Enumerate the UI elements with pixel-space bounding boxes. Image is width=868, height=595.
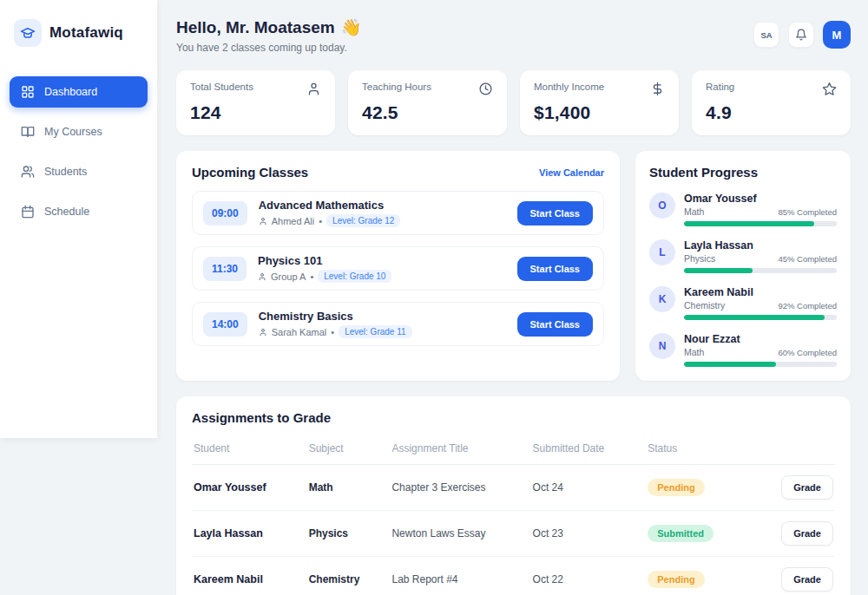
class-row: 11:30 Physics 101 Group A • Level: Grade… [192,246,604,291]
dollar-icon [650,82,665,96]
student-avatar: O [649,193,675,219]
meta-separator: • [319,216,322,226]
cell-student: Omar Youssef [194,481,309,494]
class-time-badge: 09:00 [203,201,247,226]
upcoming-classes-card: Upcoming Classes View Calendar 09:00 Adv… [176,151,620,381]
stat-card-top: Rating [706,82,837,96]
sidebar-item-label: Dashboard [44,86,97,98]
sidebar-item-my-courses[interactable]: My Courses [10,116,148,147]
grade-button[interactable]: Grade [781,567,833,592]
cell-subject: Math [309,481,392,494]
progress-body: Layla Hassan Physics 45% Completed [684,239,837,273]
progress-track [684,315,837,320]
assignments-card: Assignments to Grade Student Subject Ass… [176,396,851,595]
logo: Motafawiq [10,17,148,47]
page-title: Hello, Mr. Moatasem👋 [176,17,361,37]
sidebar-item-label: Schedule [44,206,89,218]
status-badge: Submitted [648,525,713,542]
cell-submitted-date: Oct 24 [533,481,648,494]
assignments-table: Student Subject Assignment Title Submitt… [192,430,835,595]
class-tutor: Group A [271,271,306,282]
student-name: Layla Hassan [684,239,837,252]
student-avatar: L [649,239,675,265]
person-icon [259,328,267,337]
meta-separator: • [331,327,334,337]
cell-assignment-title: Newton Laws Essay [391,527,532,539]
student-subject: Chemistry [684,300,725,311]
column-header: Status [648,442,769,454]
language-toggle-button[interactable]: SA [753,22,779,48]
student-subject: Math [684,347,704,357]
cell-submitted-date: Oct 23 [533,527,648,539]
cell-student: Kareem Nabil [194,573,309,585]
stat-card-rating: Rating 4.9 [692,70,851,135]
class-row: 09:00 Advanced Mathematics Ahmed Ali • L… [192,191,604,235]
column-header: Student [194,442,309,454]
main-content: Hello, Mr. Moatasem👋 You have 2 classes … [157,0,868,595]
column-header: Submitted Date [533,442,648,454]
table-row: Kareem Nabil Chemistry Lab Report #4 Oct… [192,557,835,595]
column-header: Assignment Title [391,442,532,454]
stat-value: $1,400 [534,102,665,123]
sidebar-nav: Dashboard My Courses Students Schedule [10,76,148,227]
stat-label: Rating [706,82,734,92]
class-info: Physics 101 Group A • Level: Grade 10 [258,254,391,283]
table-header-row: Student Subject Assignment Title Submitt… [192,430,835,465]
progress-fill [684,268,753,273]
cell-submitted-date: Oct 22 [533,573,648,585]
class-time-badge: 11:30 [203,257,247,281]
start-class-button[interactable]: Start Class [517,312,593,337]
class-row: 14:00 Chemistry Basics Sarah Kamal • Lev… [192,302,604,346]
sidebar-item-schedule[interactable]: Schedule [10,196,148,227]
column-header: Subject [309,442,392,454]
section-title: Assignments to Grade [192,410,835,425]
book-icon [21,125,35,139]
cell-status: Pending [648,479,769,496]
stat-value: 124 [190,102,321,123]
start-class-button[interactable]: Start Class [517,201,593,226]
users-icon [21,165,35,179]
notifications-button[interactable] [788,22,814,48]
class-tutor: Ahmed Ali [272,216,315,226]
start-class-button[interactable]: Start Class [517,257,593,281]
class-meta: Group A • Level: Grade 10 [258,270,391,283]
completed-label: 45% Completed [778,254,837,264]
class-tutor: Sarah Kamal [272,327,327,337]
stat-label: Total Students [190,82,253,92]
bell-icon [795,29,807,41]
upcoming-classes-header: Upcoming Classes View Calendar [192,165,604,180]
progress-fill [684,221,814,226]
completed-label: 60% Completed [778,348,837,357]
stat-card-top: Total Students [190,82,321,96]
sidebar-item-students[interactable]: Students [10,156,148,187]
student-avatar: N [649,333,675,359]
student-name: Omar Youssef [684,193,837,205]
progress-meta: Physics 45% Completed [684,253,837,264]
class-title: Chemistry Basics [259,310,412,323]
progress-meta: Chemistry 92% Completed [684,300,837,311]
progress-row: K Kareem Nabil Chemistry 92% Completed [649,286,837,320]
status-badge: Pending [648,479,704,496]
section-title: Upcoming Classes [192,165,308,180]
progress-fill [684,362,776,367]
class-title: Physics 101 [258,254,391,267]
stat-card-teaching-hours: Teaching Hours 42.5 [348,70,507,135]
cell-subject: Chemistry [309,573,392,585]
grade-button[interactable]: Grade [781,475,833,500]
sidebar-item-dashboard[interactable]: Dashboard [10,76,148,108]
grid-icon [21,85,35,99]
meta-separator: • [310,271,313,282]
status-badge: Pending [648,571,704,588]
user-avatar[interactable]: M [823,21,851,49]
table-row: Layla Hassan Physics Newton Laws Essay O… [192,511,835,557]
person-icon [259,217,267,226]
progress-body: Nour Ezzat Math 60% Completed [684,333,837,367]
student-name: Nour Ezzat [684,333,837,345]
grade-button[interactable]: Grade [781,521,833,546]
class-level-badge: Level: Grade 10 [318,270,391,283]
section-title: Student Progress [649,165,837,180]
class-level-badge: Level: Grade 11 [339,325,411,338]
progress-body: Omar Youssef Math 85% Completed [684,193,837,226]
view-calendar-link[interactable]: View Calendar [539,167,604,178]
stat-label: Teaching Hours [362,82,431,92]
